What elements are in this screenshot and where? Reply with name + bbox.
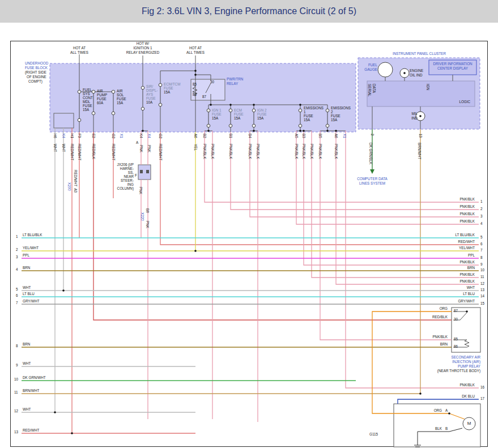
fuse-terminal [229,124,232,127]
fuse-terminal [207,109,210,112]
fuse-terminal [159,103,162,106]
fuse-terminal [78,118,81,122]
fuse-terminal [92,112,95,115]
component-box [452,308,480,352]
fuse-terminal [78,90,81,93]
wire-dkb [398,399,479,404]
junction-dot [71,432,73,434]
junction-dot [229,104,232,106]
wire-org [372,312,452,413]
wiring-svg [0,0,498,448]
component-box [146,170,149,173]
junction-dot [253,104,255,106]
fuse-terminal [141,86,144,89]
wire-pnk [296,131,479,224]
fuse-terminal [159,83,162,87]
junction-dot [299,104,301,106]
junction-dot [142,130,144,132]
fuse-terminal [252,124,256,127]
fuse-terminal [326,109,329,112]
junction-dot [54,411,56,413]
junction-dot [253,130,255,132]
component-box [140,170,143,173]
fuse-terminal [326,124,329,127]
component-box [367,81,475,106]
wire-pnk [320,131,452,340]
component-box [429,60,476,75]
fuse-terminal [252,109,256,112]
wire-pnk [312,131,479,278]
junction-dot [299,130,301,132]
fuse-terminal [299,124,302,127]
junction-dot [335,130,337,132]
junction-dot [210,104,212,106]
fuse-terminal [229,109,232,112]
junction-dot [419,392,422,395]
wire-red2 [93,132,452,320]
junction-dot [403,72,406,74]
fuse-terminal [141,107,144,110]
junction-dot [303,130,305,132]
fuse-terminal [92,90,95,93]
wire-red [160,132,479,245]
junction-dot [194,70,197,72]
fuse-terminal [112,90,115,93]
junction-dot [466,310,468,313]
fuse-terminal [299,109,302,112]
wire-pnk [205,131,479,202]
gauge-icon [378,62,393,77]
junction-dot [326,130,329,132]
wiring-diagram-page: Fig 2: 3.6L VIN 3, Engine Performance Ci… [0,0,498,448]
junction-dot [194,74,197,76]
fuse-terminal [112,112,115,115]
arrow-head [370,169,374,174]
junction-dot [62,289,65,292]
junction-dot [207,130,210,132]
junction-dot [194,250,197,252]
junction-dot [448,412,450,415]
wire-pnk [231,132,479,210]
wire-pnk [336,131,479,284]
wire-pnk [250,131,479,217]
gauge-icon [463,417,475,430]
junction-dot [419,115,422,117]
fuse-terminal [207,124,210,127]
